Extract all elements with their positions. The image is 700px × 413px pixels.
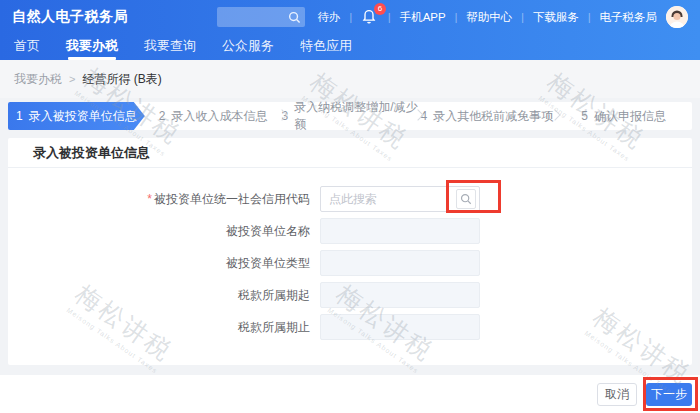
top-bar: 自然人电子税务局 待办 | 6	[0, 0, 700, 34]
investee-form: *被投资单位统一社会信用代码 被投资单位名称 被投资单位类型	[8, 168, 692, 340]
step-2-income-cost[interactable]: 2 录入收入成本信息	[145, 102, 282, 130]
header-link-todo[interactable]: 待办	[317, 10, 340, 25]
divider: |	[349, 12, 352, 23]
search-icon	[288, 10, 301, 28]
field-label: 税款所属期止	[8, 319, 310, 336]
breadcrumb: 我要办税 > 经营所得 (B表)	[0, 60, 700, 98]
divider: |	[388, 12, 391, 23]
header-link-help-center[interactable]: 帮助中心	[466, 10, 512, 25]
search-icon	[460, 193, 472, 205]
header-link-etax-bureau[interactable]: 电子税务局	[600, 10, 658, 25]
credit-code-input[interactable]	[321, 192, 456, 206]
form-row-tax-period-start: 税款所属期起	[8, 282, 692, 308]
section-title: 录入被投资单位信息	[8, 138, 692, 168]
tax-period-end-input[interactable]	[320, 314, 480, 340]
header-link-download[interactable]: 下载服务	[533, 10, 579, 25]
nav-item-inquiry[interactable]: 我要查询	[144, 37, 196, 60]
nav-item-tax-handling[interactable]: 我要办税	[66, 37, 118, 60]
avatar-icon	[666, 6, 688, 28]
field-label: 税款所属期起	[8, 287, 310, 304]
investee-name-input[interactable]	[320, 218, 480, 244]
step-label: 录入被投资单位信息	[29, 108, 137, 125]
step-wizard: 1 录入被投资单位信息 2 录入收入成本信息 3 录入纳税调整增加/减少额 4 …	[8, 102, 692, 130]
step-5-confirm[interactable]: 5 确认申报信息	[555, 102, 692, 130]
divider: |	[455, 12, 458, 23]
step-label: 录入收入成本信息	[172, 108, 268, 125]
step-label: 录入纳税调整增加/减少额	[294, 99, 418, 133]
field-label: *被投资单位统一社会信用代码	[8, 191, 310, 208]
form-row-credit-code: *被投资单位统一社会信用代码	[8, 186, 692, 212]
next-step-button[interactable]: 下一步	[646, 383, 692, 406]
form-card: 录入被投资单位信息 *被投资单位统一社会信用代码 被投资单位名称	[8, 138, 692, 365]
nav-item-public-service[interactable]: 公众服务	[222, 37, 274, 60]
header-link-mobile-app[interactable]: 手机APP	[400, 10, 446, 25]
breadcrumb-separator: >	[69, 73, 75, 85]
nav-item-home[interactable]: 首页	[14, 37, 40, 60]
step-label: 录入其他税前减免事项	[433, 108, 553, 125]
page: 自然人电子税务局 待办 | 6	[0, 0, 700, 413]
required-asterisk: *	[147, 192, 152, 206]
form-row-investee-type: 被投资单位类型	[8, 250, 692, 276]
form-row-tax-period-end: 税款所属期止	[8, 314, 692, 340]
step-3-tax-adjustment[interactable]: 3 录入纳税调整增加/减少额	[282, 102, 419, 130]
app-title: 自然人电子税务局	[12, 8, 128, 26]
app-header: 自然人电子税务局 待办 | 6	[0, 0, 700, 60]
step-label: 确认申报信息	[594, 108, 666, 125]
field-label: 被投资单位类型	[8, 255, 310, 272]
step-4-other-deductions[interactable]: 4 录入其他税前减免事项	[418, 102, 555, 130]
action-footer: 取消 下一步	[0, 375, 700, 413]
step-number: 2	[159, 109, 166, 123]
step-number: 5	[581, 109, 588, 123]
field-search-button[interactable]	[456, 189, 476, 209]
credit-code-field	[320, 186, 480, 212]
form-row-investee-name: 被投资单位名称	[8, 218, 692, 244]
main-nav: 首页 我要办税 我要查询 公众服务 特色应用	[0, 34, 700, 60]
notification-badge: 6	[374, 3, 386, 15]
investee-type-input[interactable]	[320, 250, 480, 276]
header-links: 待办 | 6 | 手机APP | 帮助中心 | 下载服务 | 电子税务局	[317, 6, 688, 28]
header-search	[217, 7, 305, 27]
breadcrumb-parent[interactable]: 我要办税	[14, 71, 62, 88]
step-number: 1	[16, 109, 23, 123]
step-1-investee-info[interactable]: 1 录入被投资单位信息	[8, 102, 145, 130]
notification-bell[interactable]: 6	[361, 8, 379, 26]
user-avatar[interactable]	[666, 6, 688, 28]
cancel-button[interactable]: 取消	[597, 383, 637, 406]
nav-item-featured-apps[interactable]: 特色应用	[300, 37, 352, 60]
tax-period-start-input[interactable]	[320, 282, 480, 308]
divider: |	[588, 12, 591, 23]
divider: |	[521, 12, 524, 23]
field-label: 被投资单位名称	[8, 223, 310, 240]
breadcrumb-current: 经营所得 (B表)	[82, 71, 161, 88]
